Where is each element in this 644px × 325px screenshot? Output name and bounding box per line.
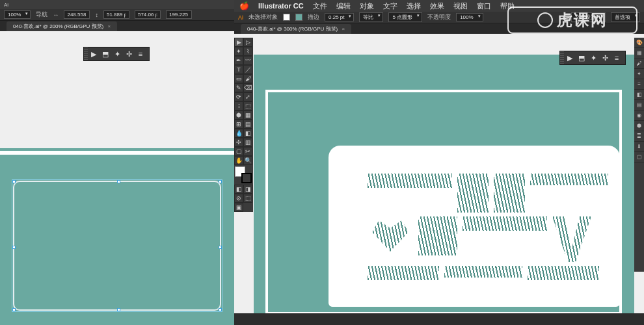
menu-edit[interactable]: 编辑 bbox=[336, 1, 351, 11]
floating-toolbar-right[interactable]: ▶ ⬒ ✦ ✢ ≡ bbox=[559, 51, 626, 65]
glyph-stroke bbox=[530, 174, 608, 185]
line-tool[interactable]: ／ bbox=[243, 65, 252, 74]
swatches-panel-icon[interactable]: ▦ bbox=[634, 48, 644, 58]
layers-panel-icon[interactable]: ≣ bbox=[634, 131, 644, 142]
menu-file[interactable]: 文件 bbox=[313, 1, 327, 11]
stroke-panel-icon[interactable]: ≡ bbox=[634, 79, 644, 90]
width-tool[interactable]: ⫶ bbox=[234, 101, 243, 110]
none-mode[interactable]: ⊘ bbox=[234, 194, 243, 203]
color-mode[interactable]: ◧ bbox=[234, 185, 243, 194]
uniform-dropdown[interactable]: 等比 bbox=[359, 12, 383, 22]
draw-mode[interactable]: ⬚ bbox=[243, 194, 252, 203]
brushes-panel-icon[interactable]: 🖌 bbox=[634, 58, 644, 69]
ftool-r3[interactable]: ✦ bbox=[587, 52, 599, 64]
shaper-tool[interactable]: ✎ bbox=[234, 83, 243, 92]
handle-ml[interactable] bbox=[12, 246, 16, 249]
x-field[interactable] bbox=[135, 10, 161, 19]
curvature-tool[interactable]: 〰 bbox=[243, 56, 252, 65]
document-tab-right[interactable]: 040-喜欢.ai* @ 300% (RGB/GPU 预览) × bbox=[241, 24, 351, 34]
handle-bl[interactable] bbox=[12, 308, 16, 311]
glyph-stroke bbox=[368, 174, 452, 188]
gradient-panel-icon[interactable]: ◧ bbox=[634, 90, 644, 100]
y-field[interactable] bbox=[166, 10, 192, 19]
width-field[interactable] bbox=[64, 10, 90, 19]
scale-tool[interactable]: ⤢ bbox=[243, 92, 252, 101]
slice-tool[interactable]: ✂ bbox=[243, 147, 252, 156]
opacity-dropdown[interactable]: 100% bbox=[456, 13, 483, 21]
ftool-3[interactable]: ✦ bbox=[111, 48, 123, 60]
document-tab-left[interactable]: 040-喜欢.ai* @ 200% (RGB/GPU 预览) × bbox=[7, 21, 117, 31]
rotate-tool[interactable]: ⟳ bbox=[234, 92, 243, 101]
transparency-panel-icon[interactable]: ▤ bbox=[634, 100, 644, 110]
ftool-r2[interactable]: ⬒ bbox=[576, 52, 587, 64]
tab-close-icon-right[interactable]: × bbox=[342, 26, 345, 32]
fill-stroke-control[interactable] bbox=[235, 166, 252, 183]
canvas-right[interactable] bbox=[234, 34, 644, 313]
teal-background bbox=[254, 55, 634, 313]
tab-close-icon[interactable]: × bbox=[108, 23, 111, 29]
menu-select[interactable]: 选择 bbox=[407, 1, 421, 11]
color-panel-icon[interactable]: 🎨 bbox=[634, 38, 644, 48]
apple-menu-icon[interactable]: 🍎 bbox=[239, 1, 249, 10]
handle-tl[interactable] bbox=[12, 180, 16, 183]
lasso-tool[interactable]: ⌇ bbox=[243, 47, 252, 56]
stroke-color[interactable] bbox=[241, 173, 252, 183]
ftool-2[interactable]: ⬒ bbox=[100, 48, 111, 60]
gradient-mode[interactable]: ◨ bbox=[243, 185, 252, 194]
shape-builder-tool[interactable]: ⬢ bbox=[234, 110, 243, 120]
zoom-tool[interactable]: 🔍 bbox=[243, 156, 252, 165]
free-transform-tool[interactable]: ⬚ bbox=[243, 101, 252, 110]
selection-tool[interactable]: ▶ bbox=[234, 38, 243, 47]
ftool-r4[interactable]: ✢ bbox=[599, 52, 611, 64]
stroke-swatch[interactable] bbox=[295, 14, 302, 21]
direct-selection-tool[interactable]: ▷ bbox=[243, 38, 252, 47]
fill-swatch[interactable] bbox=[283, 14, 290, 21]
floating-toolbar-left[interactable]: ▶ ⬒ ✦ ✢ ≡ bbox=[83, 47, 150, 61]
selection-rect[interactable] bbox=[13, 181, 221, 311]
graph-tool[interactable]: ▥ bbox=[243, 138, 252, 147]
pen-tool[interactable]: ✒ bbox=[234, 56, 243, 65]
handle-tc[interactable] bbox=[117, 180, 120, 183]
asset-export-panel-icon[interactable]: ⬇ bbox=[634, 142, 644, 152]
brush-style-dropdown[interactable]: 5 点圆形 bbox=[388, 12, 422, 22]
height-field[interactable] bbox=[103, 10, 129, 19]
gradient-tool[interactable]: ▤ bbox=[243, 120, 252, 129]
app-name[interactable]: Illustrator CC bbox=[258, 2, 304, 10]
mesh-tool[interactable]: ⊞ bbox=[234, 120, 243, 129]
paintbrush-tool[interactable]: 🖌 bbox=[243, 74, 252, 83]
ftool-r1[interactable]: ▶ bbox=[564, 52, 576, 64]
canvas-left[interactable] bbox=[0, 31, 234, 325]
ftool-r5[interactable]: ≡ bbox=[611, 52, 623, 64]
appearance-panel-icon[interactable]: ◉ bbox=[634, 110, 644, 121]
ftool-4[interactable]: ✢ bbox=[123, 48, 135, 60]
menu-window[interactable]: 窗口 bbox=[477, 1, 491, 11]
symbol-sprayer-tool[interactable]: ✣ bbox=[234, 138, 243, 147]
blend-tool[interactable]: ◧ bbox=[243, 129, 252, 138]
menu-effect[interactable]: 效果 bbox=[430, 1, 444, 11]
artboard-tool[interactable]: ▢ bbox=[234, 147, 243, 156]
type-tool[interactable]: T bbox=[234, 65, 243, 74]
eyedropper-tool[interactable]: 💧 bbox=[234, 129, 243, 138]
screen-mode[interactable]: ▣ bbox=[234, 203, 243, 212]
ftool-1[interactable]: ▶ bbox=[88, 48, 100, 60]
graphic-styles-panel-icon[interactable]: ⬢ bbox=[634, 121, 644, 131]
eraser-tool[interactable]: ⌫ bbox=[243, 83, 252, 92]
symbols-panel-icon[interactable]: ✦ bbox=[634, 69, 644, 79]
menu-object[interactable]: 对象 bbox=[360, 1, 374, 11]
watermark-icon bbox=[537, 12, 553, 28]
stroke-weight-dropdown[interactable]: 0.25 pt bbox=[325, 13, 354, 21]
magic-wand-tool[interactable]: ✦ bbox=[234, 47, 243, 56]
menu-view[interactable]: 视图 bbox=[453, 1, 468, 11]
handle-br[interactable] bbox=[219, 308, 222, 311]
handle-mr[interactable] bbox=[219, 246, 222, 249]
hand-tool[interactable]: ✋ bbox=[234, 156, 243, 165]
handle-tr[interactable] bbox=[219, 180, 222, 183]
perspective-tool[interactable]: ▦ bbox=[243, 110, 252, 120]
ftool-5[interactable]: ≡ bbox=[135, 48, 146, 60]
menu-type[interactable]: 文字 bbox=[383, 1, 397, 11]
stripe-top bbox=[0, 151, 234, 155]
zoom-dropdown[interactable]: 100% bbox=[4, 10, 31, 19]
artboards-panel-icon[interactable]: ▢ bbox=[634, 152, 644, 162]
handle-bc[interactable] bbox=[117, 308, 120, 311]
rectangle-tool[interactable]: ▭ bbox=[234, 74, 243, 83]
